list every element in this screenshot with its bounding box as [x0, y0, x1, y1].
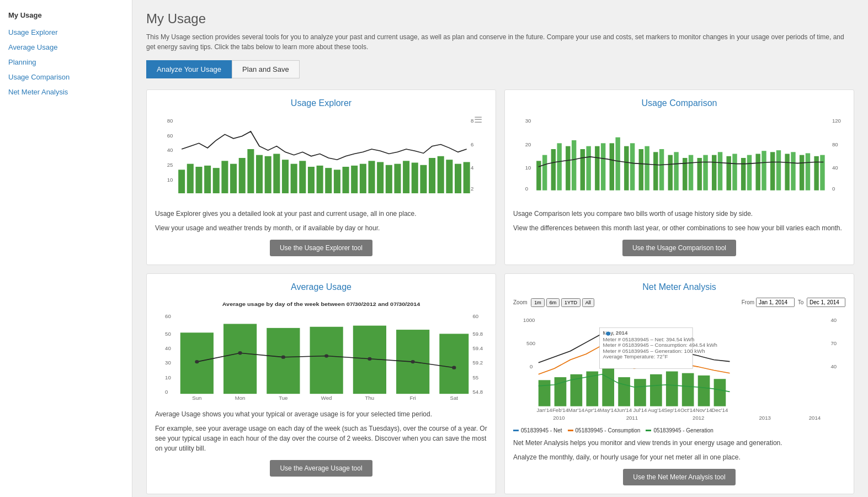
net-meter-desc1: Net Meter Analysis helps you monitor and… [513, 438, 845, 448]
net-meter-legend: 051839945 - Net 051839945 - Consumption … [513, 427, 845, 433]
svg-text:59.4: 59.4 [473, 346, 483, 351]
svg-text:25: 25 [167, 162, 173, 167]
usage-comparison-desc1: Usage Comparison lets you compare two bi… [513, 209, 845, 219]
cards-grid: Usage Explorer 80 60 40 25 10 8 6 4 2 [146, 89, 854, 494]
svg-text:2013: 2013 [759, 415, 770, 420]
svg-point-124 [452, 366, 456, 369]
svg-text:500: 500 [526, 341, 535, 346]
svg-rect-64 [624, 146, 629, 191]
legend-net: 051839945 - Net [513, 427, 562, 433]
svg-rect-37 [420, 165, 427, 193]
usage-explorer-title: Usage Explorer [155, 98, 487, 108]
svg-text:Thu: Thu [365, 395, 375, 400]
svg-point-121 [324, 354, 328, 357]
sidebar-item-average-usage[interactable]: Average Usage [0, 40, 132, 55]
svg-rect-77 [718, 152, 722, 190]
svg-rect-54 [551, 149, 556, 191]
svg-text:54.8: 54.8 [473, 390, 483, 395]
svg-text:Jun'14: Jun'14 [616, 408, 632, 413]
usage-comparison-desc2: View the differences between this month … [513, 223, 845, 233]
average-usage-desc2: For example, see your average usage on e… [155, 424, 487, 453]
sidebar-item-net-meter-analysis[interactable]: Net Meter Analysis [0, 84, 132, 99]
svg-text:Meter # 051839945 – Net: 394.5: Meter # 051839945 – Net: 394.54 kWh [603, 337, 695, 342]
svg-rect-73 [689, 155, 693, 191]
svg-rect-28 [343, 167, 349, 193]
svg-text:20: 20 [525, 142, 531, 147]
average-usage-card: Average Usage Average usage by day of th… [146, 273, 496, 494]
svg-text:40: 40 [832, 166, 838, 171]
sidebar-item-planning[interactable]: Planning [0, 55, 132, 70]
svg-text:60: 60 [167, 133, 173, 138]
svg-text:40: 40 [167, 148, 173, 153]
zoom-1y[interactable]: 1YTD [561, 298, 581, 307]
usage-comparison-title: Usage Comparison [513, 98, 845, 108]
legend-net-dot [513, 430, 519, 431]
sidebar-title: My Usage [0, 8, 132, 25]
to-date-input[interactable] [807, 298, 845, 307]
svg-rect-131 [539, 380, 551, 406]
tab-analyze-your-usage[interactable]: Analyze Your Usage [146, 60, 232, 78]
svg-rect-110 [439, 334, 468, 394]
svg-rect-12 [204, 166, 211, 193]
svg-point-120 [281, 356, 285, 359]
svg-rect-59 [586, 146, 590, 191]
from-date-input[interactable] [756, 298, 795, 307]
sidebar: My Usage Usage Explorer Average Usage Pl… [0, 0, 132, 497]
usage-comparison-button[interactable]: Use the Usage Comparison tool [622, 240, 736, 256]
sidebar-item-usage-explorer[interactable]: Usage Explorer [0, 25, 132, 40]
svg-rect-81 [747, 155, 752, 191]
net-meter-title: Net Meter Analysis [513, 282, 845, 292]
svg-text:Meter # 051839945 – Generation: Meter # 051839945 – Generation: 100 kWh [603, 348, 705, 353]
svg-rect-10 [187, 164, 194, 193]
svg-text:Average Temperature: 72°F: Average Temperature: 72°F [603, 355, 668, 359]
usage-comparison-card: Usage Comparison 30 20 10 0 120 80 40 0 [504, 89, 854, 265]
page-title: My Usage [146, 11, 854, 27]
svg-text:80: 80 [832, 142, 838, 147]
svg-point-123 [411, 360, 415, 363]
tab-plan-and-save[interactable]: Plan and Save [232, 60, 300, 78]
svg-text:30: 30 [165, 361, 171, 366]
svg-text:Apr'14: Apr'14 [585, 408, 600, 413]
svg-rect-68 [653, 152, 658, 190]
zoom-all[interactable]: All [582, 298, 594, 307]
to-label: To [798, 299, 804, 305]
usage-explorer-card: Usage Explorer 80 60 40 25 10 8 6 4 2 [146, 89, 496, 265]
svg-rect-71 [674, 152, 678, 190]
intro-text: This My Usage section provides several t… [146, 32, 854, 52]
svg-rect-91 [820, 155, 824, 191]
svg-text:2011: 2011 [626, 415, 638, 420]
svg-rect-17 [247, 149, 254, 193]
average-usage-button[interactable]: Use the Average Usage tool [270, 460, 372, 477]
average-usage-desc1: Average Usage shows you what your typica… [155, 409, 487, 419]
svg-rect-141 [698, 376, 710, 406]
svg-text:Dec'14: Dec'14 [712, 408, 728, 413]
svg-rect-15 [230, 164, 237, 193]
net-meter-chart: 1000 500 0 40 70 40 [513, 310, 845, 421]
svg-rect-140 [682, 373, 694, 406]
net-meter-button[interactable]: Use the Net Meter Analysis tool [623, 469, 735, 485]
sidebar-item-usage-comparison[interactable]: Usage Comparison [0, 70, 132, 84]
usage-explorer-button[interactable]: Use the Usage Explorer tool [270, 240, 372, 256]
svg-text:Jan'14: Jan'14 [537, 408, 552, 413]
svg-text:0: 0 [832, 186, 835, 191]
net-meter-desc2: Analyze the monthly, daily, or hourly us… [513, 452, 845, 462]
svg-text:Feb'14: Feb'14 [552, 408, 568, 413]
svg-rect-33 [386, 165, 392, 193]
zoom-1m[interactable]: 1m [531, 298, 545, 307]
svg-rect-9 [178, 170, 185, 193]
svg-rect-40 [446, 160, 452, 193]
svg-rect-137 [634, 379, 646, 406]
svg-rect-29 [351, 166, 358, 193]
svg-text:59.8: 59.8 [473, 331, 483, 336]
svg-rect-53 [542, 155, 547, 191]
svg-text:Sat: Sat [450, 395, 459, 400]
svg-text:Fri: Fri [410, 395, 416, 400]
svg-rect-70 [668, 155, 673, 191]
main-content: My Usage This My Usage section provides … [132, 0, 868, 497]
svg-text:50: 50 [165, 331, 171, 336]
zoom-6m[interactable]: 6m [546, 298, 560, 307]
average-usage-title: Average Usage [155, 282, 487, 292]
svg-text:10: 10 [525, 166, 531, 171]
svg-rect-34 [394, 164, 401, 193]
usage-explorer-desc2: View your usage and weather trends by mo… [155, 223, 487, 233]
